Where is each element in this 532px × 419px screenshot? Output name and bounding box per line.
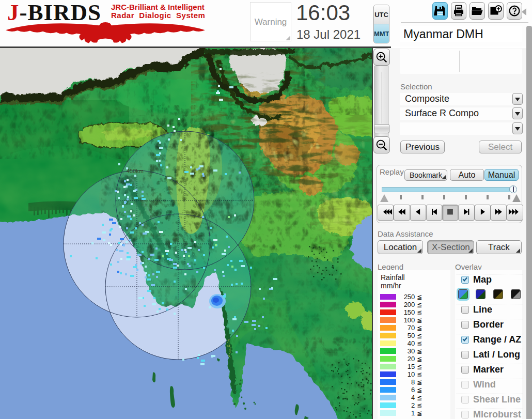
svg-text:450km: 450km — [127, 168, 144, 174]
